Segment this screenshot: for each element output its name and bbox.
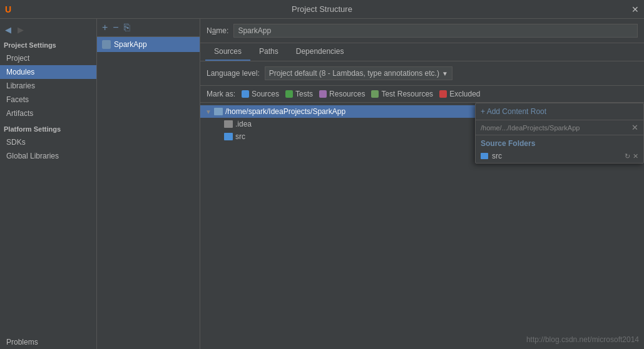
mark-tag-sources[interactable]: Sources — [242, 90, 279, 98]
popup-refresh-icon[interactable]: ↻ — [625, 152, 630, 160]
sidebar-item-problems[interactable]: Problems — [0, 335, 96, 349]
tree-arrow-icon: ▼ — [205, 108, 212, 115]
excluded-tag-dot — [439, 90, 447, 98]
watermark: http://blog.csdn.net/microsoft2014 — [526, 335, 639, 344]
test-resources-tag-label: Test Resources — [381, 90, 433, 98]
popup-src-row: src ↻ ✕ — [476, 149, 643, 163]
name-input[interactable] — [233, 24, 638, 38]
platform-settings-label: Platform Settings — [0, 120, 96, 135]
popup-path: /home/.../IdeaProjects/SparkApp ✕ — [476, 120, 643, 135]
tests-tag-dot — [285, 90, 293, 98]
sidebar-item-project[interactable]: Project — [0, 51, 96, 65]
title-bar: U Project Structure ✕ — [0, 0, 644, 19]
mark-tag-resources[interactable]: Resources — [319, 90, 365, 98]
add-module-button[interactable]: + — [101, 21, 109, 34]
mark-as-label: Mark as: — [207, 90, 235, 98]
sidebar-item-sdks[interactable]: SDKs — [0, 135, 96, 149]
add-content-root-button[interactable]: + Add Content Root — [481, 107, 546, 116]
sidebar-item-facets[interactable]: Facets — [0, 93, 96, 107]
sidebar-item-libraries[interactable]: Libraries — [0, 79, 96, 93]
sidebar-toolbar: ◀ ▶ — [0, 22, 96, 38]
content-area: ▼ /home/spark/IdeaProjects/SparkApp .ide… — [200, 103, 644, 349]
mark-tag-test-resources[interactable]: Test Resources — [371, 90, 433, 98]
module-item-sparkapp[interactable]: SparkApp — [97, 37, 200, 52]
module-list-toolbar: + − ⎘ — [97, 19, 200, 37]
resources-tag-label: Resources — [329, 90, 365, 98]
mark-tag-excluded[interactable]: Excluded — [439, 90, 480, 98]
module-item-label: SparkApp — [114, 40, 147, 49]
tree-item-idea-label: .idea — [235, 120, 252, 128]
content-panel: Name: Sources Paths Dependencies Languag… — [200, 19, 644, 349]
sidebar-item-modules[interactable]: Modules — [0, 65, 96, 79]
popup-src-actions: ↻ ✕ — [625, 152, 638, 160]
copy-module-button[interactable]: ⎘ — [123, 21, 131, 34]
language-level-select[interactable]: Project default (8 - Lambdas, type annot… — [265, 66, 452, 80]
module-list: + − ⎘ SparkApp — [97, 19, 200, 349]
language-level-label: Language level: — [207, 69, 260, 78]
mark-tag-tests[interactable]: Tests — [285, 90, 313, 98]
close-button[interactable]: ✕ — [631, 4, 639, 14]
root-folder-icon — [214, 108, 223, 115]
popup-src-left: src — [481, 152, 502, 160]
tests-tag-label: Tests — [295, 90, 313, 98]
dropdown-arrow-icon: ▼ — [442, 70, 448, 77]
sidebar-item-artifacts[interactable]: Artifacts — [0, 107, 96, 120]
idea-folder-icon — [224, 120, 233, 128]
sidebar-item-global-libraries[interactable]: Global Libraries — [0, 149, 96, 163]
sources-tag-dot — [242, 90, 249, 98]
app-logo: U — [5, 4, 11, 14]
back-button[interactable]: ◀ — [4, 24, 13, 35]
forward-button[interactable]: ▶ — [16, 24, 25, 35]
popup-path-close-button[interactable]: ✕ — [631, 123, 638, 132]
tree-item-src-label: src — [235, 132, 245, 141]
language-level-value: Project default (8 - Lambdas, type annot… — [269, 69, 439, 78]
tree-root-label: /home/spark/IdeaProjects/SparkApp — [225, 107, 345, 116]
remove-module-button[interactable]: − — [111, 21, 120, 34]
sources-tag-label: Sources — [252, 90, 279, 98]
popup-remove-icon[interactable]: ✕ — [633, 152, 638, 160]
test-resources-tag-dot — [371, 90, 379, 98]
popup-panel: + Add Content Root /home/.../IdeaProject… — [475, 103, 644, 164]
tab-sources[interactable]: Sources — [205, 43, 250, 61]
name-label: Name: — [207, 26, 228, 35]
language-level-row: Language level: Project default (8 - Lam… — [200, 61, 644, 86]
name-row: Name: — [200, 19, 644, 43]
popup-path-label: /home/.../IdeaProjects/SparkApp — [481, 124, 580, 132]
popup-src-folder-icon — [481, 153, 488, 159]
main-layout: ◀ ▶ Project Settings Project Modules Lib… — [0, 19, 644, 349]
src-folder-icon — [224, 133, 233, 140]
window-title: Project Structure — [292, 4, 352, 14]
excluded-tag-label: Excluded — [449, 90, 480, 98]
mark-as-row: Mark as: Sources Tests Resources Test Re… — [200, 86, 644, 103]
tab-dependencies[interactable]: Dependencies — [287, 43, 353, 61]
source-folders-label: Source Folders — [476, 135, 643, 149]
popup-src-label: src — [492, 152, 502, 160]
tab-paths[interactable]: Paths — [250, 43, 287, 61]
popup-header: + Add Content Root — [476, 103, 643, 120]
sidebar: ◀ ▶ Project Settings Project Modules Lib… — [0, 19, 97, 349]
project-settings-label: Project Settings — [0, 40, 96, 51]
content-tabs: Sources Paths Dependencies — [200, 43, 644, 61]
module-icon — [102, 40, 111, 49]
resources-tag-dot — [319, 90, 327, 98]
